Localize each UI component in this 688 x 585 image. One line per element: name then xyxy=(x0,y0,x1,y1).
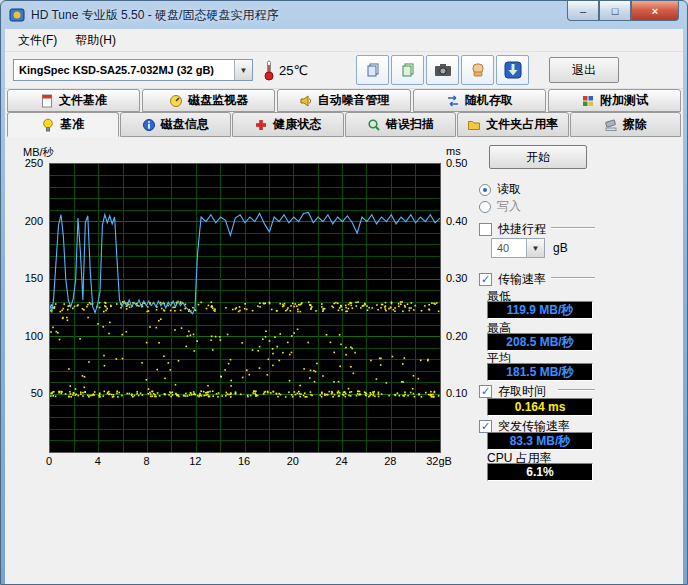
read-label: 读取 xyxy=(497,181,521,198)
titlebar[interactable]: HD Tune 专业版 5.50 - 硬盘/固态硬盘实用程序 – □ × xyxy=(1,1,687,29)
folder-usage-icon xyxy=(467,118,481,132)
health-icon xyxy=(254,118,268,132)
tab-noise-management[interactable]: 自动噪音管理 xyxy=(277,89,410,112)
window-title: HD Tune 专业版 5.50 - 硬盘/固态硬盘实用程序 xyxy=(31,7,278,24)
start-label: 开始 xyxy=(526,149,550,166)
tab-label: 磁盘监视器 xyxy=(188,92,248,109)
hd-tune-window: HD Tune 专业版 5.50 - 硬盘/固态硬盘实用程序 – □ × 文件(… xyxy=(0,0,688,585)
tab-label: 擦除 xyxy=(623,116,647,133)
tab-benchmark[interactable]: 基准 xyxy=(7,112,119,137)
tab-disk-info[interactable]: 磁盘信息 xyxy=(120,112,232,137)
tab-folder-usage[interactable]: 文件夹占用率 xyxy=(457,112,569,137)
exit-button[interactable]: 退出 xyxy=(549,57,619,83)
tab-label: 附加测试 xyxy=(600,92,648,109)
donate-hand-icon xyxy=(470,62,486,78)
check-icon: ✓ xyxy=(481,386,490,397)
benchmark-plot xyxy=(49,163,441,453)
copy-text-button[interactable] xyxy=(356,55,389,85)
menu-help[interactable]: 帮助(H) xyxy=(66,29,125,52)
short-stroke-select[interactable]: 40 ▼ xyxy=(491,238,545,258)
burst-rate-value: 83.3 MB/秒 xyxy=(487,432,593,450)
dropdown-arrow-icon[interactable]: ▼ xyxy=(526,239,544,257)
menubar: 文件(F) 帮助(H) xyxy=(5,29,683,52)
maximize-icon: □ xyxy=(612,5,619,17)
save-results-button[interactable] xyxy=(496,55,529,85)
access-time-checkbox[interactable]: ✓ xyxy=(479,385,492,398)
check-icon: ✓ xyxy=(481,274,490,285)
check-icon: ✓ xyxy=(481,421,490,432)
tab-file-benchmark[interactable]: 文件基准 xyxy=(7,89,140,112)
benchmark-bulb-icon xyxy=(41,118,55,132)
cpu-usage-value: 6.1% xyxy=(487,463,593,481)
short-stroke-unit: gB xyxy=(553,241,568,255)
right-axis-label: ms xyxy=(446,145,461,157)
separator xyxy=(551,227,595,229)
copy-text-icon xyxy=(365,62,381,78)
write-label: 写入 xyxy=(497,198,521,215)
tab-label: 文件基准 xyxy=(59,92,107,109)
transfer-rate-row[interactable]: ✓ 传输速率 xyxy=(479,271,546,288)
minimize-icon: – xyxy=(580,5,586,17)
tab-label: 错误扫描 xyxy=(386,116,434,133)
dropdown-arrow-icon[interactable]: ▼ xyxy=(234,60,252,80)
file-benchmark-icon xyxy=(40,94,54,108)
write-radio[interactable] xyxy=(479,201,491,213)
noise-management-icon xyxy=(299,94,313,108)
tab-extra-tests[interactable]: 附加测试 xyxy=(548,89,681,112)
benchmark-chart xyxy=(50,164,440,452)
separator xyxy=(558,389,595,391)
start-button[interactable]: 开始 xyxy=(489,145,587,169)
screenshot-camera-icon xyxy=(434,63,452,77)
avg-value: 181.5 MB/秒 xyxy=(487,363,593,381)
copy-image-icon xyxy=(400,62,416,78)
read-radio[interactable] xyxy=(479,184,491,196)
access-time-value: 0.164 ms xyxy=(487,398,593,416)
short-stroke-label: 快捷行程 xyxy=(498,221,546,238)
tab-label: 随机存取 xyxy=(465,92,513,109)
write-radio-row[interactable]: 写入 xyxy=(479,198,521,215)
disk-monitor-icon xyxy=(169,94,183,108)
max-value: 208.5 MB/秒 xyxy=(487,333,593,351)
tab-label: 自动噪音管理 xyxy=(318,92,390,109)
donate-button[interactable] xyxy=(461,55,494,85)
app-icon xyxy=(9,7,25,23)
menu-file[interactable]: 文件(F) xyxy=(9,29,66,52)
toolbar: KingSpec KSD-SA25.7-032MJ (32 gB) ▼ 25℃ xyxy=(5,52,683,89)
disk-info-icon xyxy=(142,118,156,132)
tab-health[interactable]: 健康状态 xyxy=(232,112,344,137)
short-stroke-row[interactable]: 快捷行程 xyxy=(479,221,546,238)
temperature-icon xyxy=(263,59,275,81)
top-tab-row: 文件基准 磁盘监视器 自动噪音管理 xyxy=(5,89,683,112)
extra-tests-icon xyxy=(581,94,595,108)
maximize-button[interactable]: □ xyxy=(599,1,631,21)
screenshot-button[interactable] xyxy=(426,55,459,85)
tab-label: 文件夹占用率 xyxy=(486,116,558,133)
drive-select-value: KingSpec KSD-SA25.7-032MJ (32 gB) xyxy=(14,64,234,76)
short-stroke-checkbox[interactable] xyxy=(479,223,492,236)
tab-disk-monitor[interactable]: 磁盘监视器 xyxy=(142,89,275,112)
copy-image-button[interactable] xyxy=(391,55,424,85)
tab-erase[interactable]: 擦除 xyxy=(570,112,682,137)
tab-label: 基准 xyxy=(60,116,84,133)
error-scan-icon xyxy=(367,118,381,132)
save-download-icon xyxy=(504,61,522,79)
close-icon: × xyxy=(652,5,658,17)
short-stroke-value: 40 xyxy=(492,242,526,254)
min-value: 119.9 MB/秒 xyxy=(487,301,593,319)
tab-error-scan[interactable]: 错误扫描 xyxy=(345,112,457,137)
close-button[interactable]: × xyxy=(631,1,679,21)
tab-random-access[interactable]: 随机存取 xyxy=(413,89,546,112)
main-tab-row: 基准 磁盘信息 健康状态 xyxy=(5,112,683,137)
drive-select[interactable]: KingSpec KSD-SA25.7-032MJ (32 gB) ▼ xyxy=(13,59,253,81)
exit-label: 退出 xyxy=(572,62,596,79)
minimize-button[interactable]: – xyxy=(567,1,599,21)
read-radio-row[interactable]: 读取 xyxy=(479,181,521,198)
transfer-rate-checkbox[interactable]: ✓ xyxy=(479,273,492,286)
transfer-rate-label: 传输速率 xyxy=(498,271,546,288)
separator xyxy=(551,277,595,279)
temperature-value: 25℃ xyxy=(279,63,308,78)
erase-icon xyxy=(604,118,618,132)
tab-label: 磁盘信息 xyxy=(161,116,209,133)
random-access-icon xyxy=(446,94,460,108)
benchmark-panel: MB/秒 ms 50100150200250 0.100.200.300.400… xyxy=(5,137,683,584)
